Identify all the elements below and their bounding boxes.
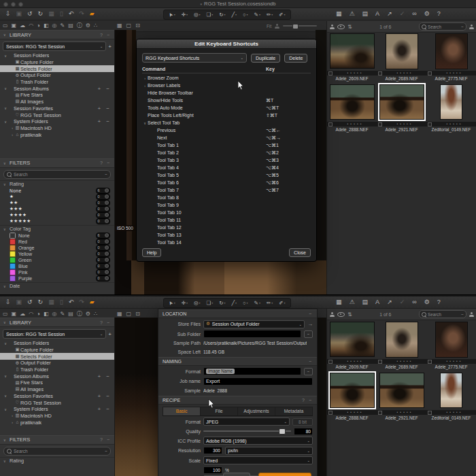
zoom-slider[interactable] <box>283 25 317 27</box>
collapse-icon[interactable]: − <box>309 311 313 316</box>
tooltab-metadata-icon[interactable]: ▤ <box>68 311 73 317</box>
copy-adjustments-icon[interactable]: ▦ <box>48 299 54 305</box>
delete-icon[interactable]: ▯ <box>60 299 63 305</box>
close-button[interactable]: Close <box>289 248 311 257</box>
shortcut-preset-select[interactable]: RGG Keyboard Shortcuts ⌄ <box>142 53 247 63</box>
shortcut-row[interactable]: Tool Tab 3 ⌥⌘3 <box>142 156 311 164</box>
crop-tool-icon[interactable]: ❑▾ <box>207 12 214 18</box>
zoom-slider-handle[interactable] <box>292 24 299 29</box>
duplicate-button[interactable]: Duplicate <box>251 54 280 63</box>
filters-header[interactable]: ∨ FILTERS ? − <box>0 435 114 445</box>
filter-count-badge[interactable]: 0 <box>96 263 110 269</box>
date-section-header[interactable]: ∨ Date <box>0 282 114 290</box>
user-icon[interactable] <box>330 24 335 29</box>
session-selector[interactable]: Session: RGG Test Session ⌄ <box>3 41 106 51</box>
thumbnail-cell[interactable]: • • • • • Adele_2609.NEF <box>327 321 377 370</box>
shortcut-row[interactable]: Place Tools Left/Right ⇧⌘T <box>142 112 311 119</box>
thumbnail-star-dots[interactable]: • • • • • <box>334 71 375 75</box>
tooltab-info-icon[interactable]: ⓘ <box>77 311 82 317</box>
viewer-layout-icon[interactable]: ▦ <box>336 11 342 17</box>
spot-removal-tool-icon[interactable]: ○▾ <box>243 12 248 18</box>
shortcut-row[interactable]: Tool Tab 9 <box>142 201 311 209</box>
sort-filter-icon[interactable]: ⇅ <box>347 24 352 30</box>
thumbnail-checkbox[interactable] <box>378 122 382 126</box>
thumbnail-image[interactable] <box>435 33 468 69</box>
thumbnail-cell[interactable]: • • • • • Adele_2689.NEF <box>377 321 426 370</box>
rating-section-header[interactable]: ∨ Rating <box>0 457 114 464</box>
thumbnail-image[interactable] <box>330 322 375 357</box>
shortcut-row[interactable]: Tool Tab 11 <box>142 216 311 224</box>
thumbnail-checkbox[interactable] <box>378 411 382 415</box>
shortcut-row[interactable]: Tool Tab 6 ⌥⌘6 <box>142 179 311 186</box>
draw-mask-tool-icon[interactable]: ✎▾ <box>254 12 260 18</box>
filters-header[interactable]: ∨ FILTERS ? − <box>0 158 114 168</box>
shortcut-row[interactable]: ∨ Select Tool Tab <box>142 119 311 126</box>
tree-disclosure-icon[interactable]: ∨ <box>3 120 7 124</box>
recipe-tab[interactable]: File <box>201 407 238 415</box>
rotate-cw-icon[interactable]: ↻ <box>38 11 44 17</box>
rotate-tool-icon[interactable]: ↻▾ <box>219 301 225 306</box>
library-tree-item[interactable]: ▣ Capture Folder <box>0 347 114 354</box>
library-tree-item[interactable]: › ▥ Macintosh HD <box>0 125 114 132</box>
filters-search-input[interactable]: Search − <box>3 447 111 456</box>
naming-token-button[interactable]: − <box>304 368 313 375</box>
straighten-tool-icon[interactable]: ╱▾ <box>232 12 237 18</box>
zoom-out-icon[interactable] <box>275 24 279 29</box>
library-tree-item[interactable]: ∨ Session Favorites + − <box>0 105 114 112</box>
filter-count-badge[interactable]: 0 <box>96 200 110 206</box>
thumbnail-image[interactable] <box>330 33 375 69</box>
window-close-button[interactable] <box>3 2 8 7</box>
filter-count-badge[interactable]: 0 <box>96 251 110 257</box>
rating-filter-row[interactable]: ★★★★ 0 <box>0 212 114 218</box>
thumbnail-checkbox[interactable] <box>328 71 333 75</box>
filters-search-input[interactable]: Search − <box>3 170 111 179</box>
thumbnail-star-dots[interactable]: • • • • • <box>384 71 425 75</box>
thumbnail-star-dots[interactable]: • • • • • <box>433 71 475 75</box>
thumbnail-cell[interactable]: • • • • • Adele_2888.NEF <box>327 372 377 421</box>
capture-icon[interactable]: ▣ <box>16 11 22 17</box>
cancel-button[interactable]: Cancel <box>223 473 250 476</box>
thumbnail-cell[interactable]: • • • • • Adele_2921.NEF <box>377 84 426 133</box>
library-tree-item[interactable]: ▣ Capture Folder <box>0 59 114 66</box>
shortcut-row[interactable]: Tools Auto Mode ⌥⌘T <box>142 104 311 112</box>
filter-count-badge[interactable]: 6 <box>96 233 110 239</box>
tooltab-lens-icon[interactable]: ◠ <box>29 311 33 317</box>
delete-button[interactable]: Delete <box>284 54 307 63</box>
before-after-icon[interactable]: ✓ <box>400 11 405 17</box>
library-tree-item[interactable]: ▦ Selects Folder <box>0 65 114 72</box>
library-tree-item[interactable]: ⚙ Output Folder <box>0 72 114 79</box>
session-selector[interactable]: Session: RGG Test Session ⌄ <box>3 329 106 339</box>
sort-filter-icon[interactable]: ⇅ <box>347 311 352 318</box>
window-minimize-button[interactable] <box>11 2 16 7</box>
proofing-icon[interactable]: ∞ <box>412 299 416 305</box>
shortcut-row[interactable]: Tool Tab 13 <box>142 231 311 239</box>
bit-depth-select[interactable]: 8 bit <box>292 418 313 426</box>
library-tree-item[interactable]: › ▥ Macintosh HD <box>0 413 114 420</box>
command-column-header[interactable]: Command <box>142 67 266 71</box>
add-session-button[interactable]: + <box>108 44 112 50</box>
shortcut-key-value[interactable]: ⌥⌘7 <box>266 188 279 193</box>
shortcut-key-value[interactable]: ⌘T <box>266 98 273 103</box>
shortcut-row[interactable]: Tool Tab 10 <box>142 209 311 216</box>
thumbnail-checkbox[interactable] <box>428 71 432 75</box>
filter-toggle-dot[interactable] <box>105 276 109 280</box>
collapse-icon[interactable]: − <box>309 359 313 364</box>
filters-header-controls[interactable]: ? − <box>100 437 111 442</box>
preferences-icon[interactable]: ⚙ <box>424 299 430 305</box>
shortcut-key-value[interactable]: ⌥⌘→ <box>266 135 281 141</box>
tree-item-add-remove[interactable]: + − <box>97 86 112 92</box>
filter-toggle-dot[interactable] <box>105 219 109 223</box>
icc-profile-select[interactable]: Adobe RGB (1998) ⌄ <box>203 437 313 445</box>
library-tree-item[interactable]: ♡ RGG Test Session <box>0 399 114 406</box>
tree-item-add-remove[interactable]: + − <box>97 105 112 112</box>
eye-icon[interactable] <box>337 24 345 29</box>
thumbnail-cell[interactable]: • • • • • Zeditorial_0149.NEF <box>426 84 476 133</box>
library-tree-item[interactable]: ▤ Five Stars <box>0 92 114 99</box>
key-column-header[interactable]: Key <box>266 67 275 71</box>
gradient-mask-tool-icon[interactable]: ✐▾ <box>279 12 285 18</box>
tree-disclosure-icon[interactable]: ∨ <box>3 374 7 378</box>
thumbnail-checkbox[interactable] <box>428 122 432 126</box>
tooltab-capture-icon[interactable]: ▣ <box>12 23 17 29</box>
library-header-controls[interactable]: ? − <box>100 33 111 37</box>
single-view-icon[interactable]: ▢ <box>126 311 132 317</box>
